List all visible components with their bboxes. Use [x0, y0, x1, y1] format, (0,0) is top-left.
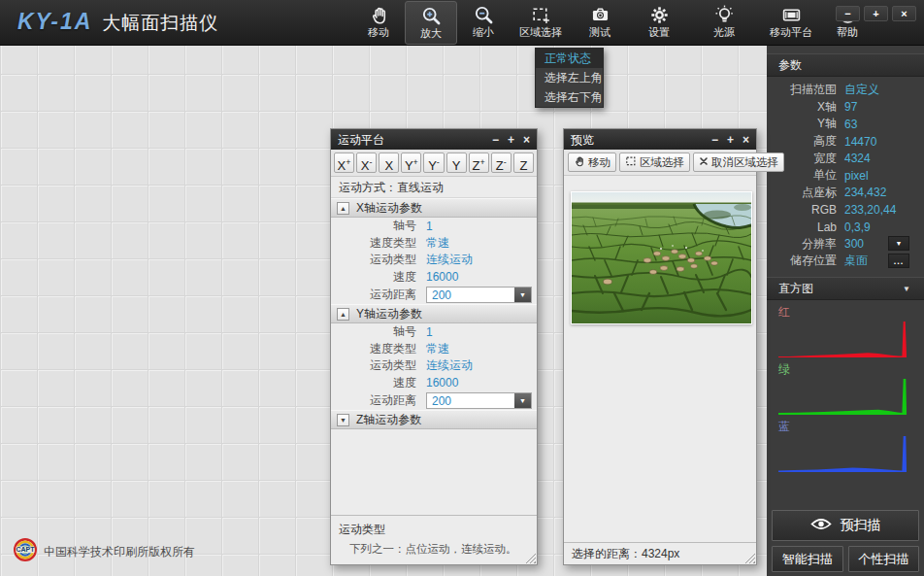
param-row-x-axis: X轴 97	[767, 99, 924, 117]
x-axis-section-header[interactable]: ▲ X轴运动参数	[331, 198, 537, 218]
resolution-dropdown-button[interactable]: ▼	[888, 236, 909, 251]
histogram-red-label: 红	[778, 305, 912, 320]
x-motion-type-value[interactable]: 连续运动	[426, 252, 473, 268]
panel-close-button[interactable]: ×	[742, 130, 749, 150]
param-row-rgb: RGB 233,20,44	[767, 201, 924, 219]
axis-x-plus-button[interactable]: X+	[334, 152, 354, 173]
collapse-up-icon[interactable]: ▲	[337, 308, 349, 321]
y-distance-select[interactable]: 200 ▼	[426, 392, 532, 409]
params-header: 参数	[767, 53, 924, 77]
tool-zoom-in[interactable]: 放大	[405, 1, 457, 45]
app-logo: KY-1A 大幅面扫描仪	[17, 9, 218, 36]
y-axis-number-value[interactable]: 1	[426, 325, 433, 339]
tool-test[interactable]: 测试	[572, 0, 628, 46]
tool-zoom-out[interactable]: 缩小	[457, 0, 510, 46]
param-row-lab: Lab 0,3,9	[767, 219, 924, 236]
axis-y-plus-button[interactable]: Y+	[401, 152, 421, 173]
histogram-red-block: 红	[767, 302, 924, 359]
histogram-collapse-icon[interactable]: ▼	[903, 278, 910, 300]
histogram-blue-block: 蓝	[767, 417, 924, 474]
region-select-icon	[625, 155, 637, 169]
panel-maximize-button[interactable]: +	[508, 130, 514, 150]
collapse-down-icon[interactable]: ▼	[337, 414, 349, 426]
y-motion-type-value[interactable]: 连续运动	[426, 357, 473, 374]
axis-z-minus-button[interactable]: Z-	[491, 152, 512, 173]
cancel-icon	[699, 156, 709, 168]
eye-icon	[810, 518, 832, 533]
menu-item-normal-state[interactable]: 正常状态	[536, 49, 603, 68]
tool-settings[interactable]: 设置	[628, 0, 690, 46]
window-minimize-button[interactable]: −	[836, 6, 860, 21]
dropdown-arrow-icon[interactable]: ▼	[514, 393, 531, 408]
region-select-icon	[531, 5, 551, 25]
param-row-y-axis: Y轴 63	[767, 116, 924, 133]
preview-toolbar: 移动 区域选择 取消区域选择	[564, 150, 756, 176]
window-maximize-button[interactable]: +	[864, 6, 888, 21]
y-axis-section-body: 轴号1 速度类型常速 运动类型连续运动 速度16000 运动距离 200 ▼	[331, 323, 537, 410]
x-speed-type-value[interactable]: 常速	[426, 235, 449, 252]
axis-z-plus-button[interactable]: Z+	[469, 152, 489, 173]
panel-maximize-button[interactable]: +	[727, 130, 734, 150]
panel-close-button[interactable]: ×	[523, 130, 530, 150]
preview-move-button[interactable]: 移动	[568, 152, 616, 172]
z-axis-section-header[interactable]: ▼ Z轴运动参数	[331, 410, 537, 429]
axis-x-button[interactable]: X	[379, 152, 399, 173]
menu-item-select-top-left[interactable]: 选择左上角	[536, 68, 603, 87]
camera-icon	[590, 5, 610, 25]
x-speed-value[interactable]: 16000	[426, 270, 458, 284]
tool-light-source[interactable]: 光源	[690, 0, 758, 46]
svg-text:CAPT: CAPT	[16, 546, 35, 553]
preview-cancel-region-button[interactable]: 取消区域选择	[693, 152, 784, 172]
param-row-scan-range: 扫描范围 自定义	[767, 82, 924, 99]
param-row-height: 高度 14470	[767, 133, 924, 151]
menu-item-select-bottom-right[interactable]: 选择右下角	[536, 87, 603, 107]
y-axis-section-header[interactable]: ▲ Y轴运动参数	[331, 304, 537, 323]
gear-icon	[649, 5, 670, 25]
preview-status-bar: 选择的距离：4324px	[564, 542, 756, 564]
panel-minimize-button[interactable]: −	[492, 130, 499, 150]
motion-platform-panel: 运动平台 − + × X+ X- X Y+ Y- Y Z+ Z- Z 运动方式：…	[330, 128, 538, 565]
histogram-green-block: 绿	[767, 359, 924, 417]
region-select-menu: 正常状态 选择左上角 选择右下角	[535, 48, 604, 108]
collapse-up-icon[interactable]: ▲	[337, 202, 349, 215]
zoom-out-icon	[474, 5, 494, 25]
storage-browse-button[interactable]: ...	[888, 254, 909, 268]
y-speed-value[interactable]: 16000	[426, 376, 458, 390]
axis-x-minus-button[interactable]: X-	[356, 152, 377, 173]
histogram-header: 直方图 ▼	[767, 277, 924, 300]
params-rows: 扫描范围 自定义 X轴 97 Y轴 63 高度 14470 宽度 4324 单位…	[767, 77, 924, 270]
window-close-button[interactable]: ×	[892, 6, 916, 21]
histogram-green-label: 绿	[778, 362, 912, 377]
preview-panel-controls: − + ×	[711, 130, 749, 150]
parameters-sidebar: 参数 扫描范围 自定义 X轴 97 Y轴 63 高度 14470 宽度 4324…	[767, 46, 924, 576]
panel-minimize-button[interactable]: −	[711, 130, 718, 150]
param-row-storage: 储存位置 桌面 ...	[767, 253, 924, 270]
motion-panel-header[interactable]: 运动平台 − + ×	[331, 129, 537, 150]
axis-y-minus-button[interactable]: Y-	[423, 152, 444, 173]
motion-panel-controls: − + ×	[492, 130, 530, 150]
axis-y-button[interactable]: Y	[446, 152, 467, 173]
prescan-button[interactable]: 预扫描	[772, 510, 919, 541]
copyright-footer: CAPT 中国科学技术印刷所版权所有	[13, 537, 195, 566]
histogram-blue-label: 蓝	[778, 420, 912, 434]
smart-scan-button[interactable]: 智能扫描	[772, 546, 843, 572]
preview-panel: 预览 − + × 移动 区域选择 取消区域选择	[563, 128, 757, 565]
param-row-resolution: 分辨率 300 ▼	[767, 235, 924, 253]
tool-move[interactable]: 移动	[352, 0, 405, 46]
histogram-blocks: 红 绿 蓝	[767, 300, 924, 474]
param-row-width: 宽度 4324	[767, 150, 924, 167]
x-distance-select[interactable]: 200 ▼	[426, 287, 532, 303]
custom-scan-button[interactable]: 个性扫描	[848, 546, 920, 572]
tool-motion-platform[interactable]: 移动平台	[758, 0, 824, 46]
preview-region-select-button[interactable]: 区域选择	[619, 152, 690, 172]
x-axis-number-value[interactable]: 1	[426, 220, 433, 233]
preview-image[interactable]	[571, 191, 752, 324]
preview-panel-header[interactable]: 预览 − + ×	[564, 129, 756, 150]
hand-icon	[369, 5, 389, 25]
dropdown-arrow-icon[interactable]: ▼	[514, 288, 531, 302]
axis-z-button[interactable]: Z	[513, 152, 534, 173]
zoom-in-icon	[421, 6, 442, 26]
window-controls: − + ×	[836, 6, 916, 21]
tool-region-select[interactable]: 区域选择	[510, 0, 572, 46]
y-speed-type-value[interactable]: 常速	[426, 341, 449, 357]
